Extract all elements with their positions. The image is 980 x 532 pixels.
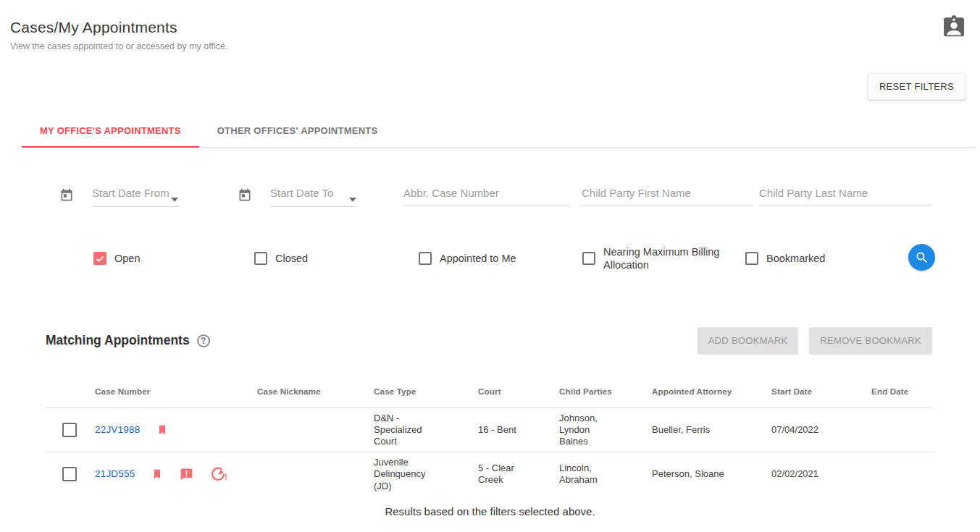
child-party-first-name-input[interactable] xyxy=(582,187,753,206)
child-parties-cell: Johnson, Lyndon Baines xyxy=(559,408,652,452)
tab-bar: MY OFFICE'S APPOINTMENTSOTHER OFFICES' A… xyxy=(22,115,976,148)
column-header-case-number: Case Number xyxy=(95,375,257,408)
checkbox-closed[interactable] xyxy=(254,252,267,265)
filter-check-open: Open xyxy=(93,244,202,273)
case-nickname-cell xyxy=(257,408,374,452)
filter-check-appointed-to-me: Appointed to Me xyxy=(419,244,549,273)
row-select-checkbox[interactable] xyxy=(62,423,77,437)
court-cell: 5 - Clear Creek xyxy=(478,452,559,497)
checkbox-label: Bookmarked xyxy=(766,252,825,265)
checkbox-nearing-maximum-billing-allocation[interactable] xyxy=(582,252,595,265)
column-header-end-date: End Date xyxy=(871,375,934,408)
checkbox-label: Open xyxy=(114,252,140,265)
court-cell: 16 - Bent xyxy=(478,408,559,452)
column-header-appointed-attorney: Appointed Attorney xyxy=(652,375,771,408)
bookmark-icon xyxy=(151,467,163,481)
column-header-case-nickname: Case Nickname xyxy=(257,375,374,408)
appointments-table: Case NumberCase NicknameCase TypeCourtCh… xyxy=(46,375,934,497)
abbr-case-number-input[interactable] xyxy=(403,187,570,206)
account-badge-icon[interactable] xyxy=(940,12,968,40)
billing-timer-icon: ! xyxy=(210,466,228,483)
row-select-checkbox[interactable] xyxy=(62,467,77,481)
case-number-cell: 21JD555! xyxy=(95,452,257,497)
search-button[interactable] xyxy=(908,244,935,271)
filter-check-bookmarked: Bookmarked xyxy=(745,244,861,273)
child-party-last-name-input[interactable] xyxy=(759,187,931,206)
tab-my-office-s-appointments[interactable]: MY OFFICE'S APPOINTMENTS xyxy=(22,115,199,148)
checkbox-appointed-to-me[interactable] xyxy=(419,252,432,265)
dropdown-caret-icon xyxy=(171,192,178,205)
checkbox-label: Closed xyxy=(275,252,308,265)
tab-other-offices-appointments[interactable]: OTHER OFFICES' APPOINTMENTS xyxy=(199,115,396,148)
case-nickname-cell xyxy=(257,452,374,497)
table-row: 21JD555!Juvenile Delinquency (JD)5 - Cle… xyxy=(46,452,934,497)
checkbox-filter-row: OpenClosedAppointed to MeNearing Maximum… xyxy=(0,244,980,276)
start-date-to-label: Start Date To xyxy=(270,187,333,199)
filter-fields-row: Start Date From Start Date To xyxy=(0,187,980,217)
calendar-icon xyxy=(238,188,252,206)
filter-check-closed: Closed xyxy=(254,244,363,273)
appointments-table-wrap: Case NumberCase NicknameCase TypeCourtCh… xyxy=(46,375,934,497)
filter-check-nearing-maximum-billing-allocation: Nearing Maximum Billing Allocation xyxy=(582,244,720,273)
help-icon[interactable]: ? xyxy=(197,334,210,347)
case-type-cell: Juvenile Delinquency (JD) xyxy=(374,452,478,497)
cases-my-appointments-page: Cases/My Appointments View the cases app… xyxy=(0,0,980,532)
case-number-link[interactable]: 22JV1988 xyxy=(95,424,140,436)
checkbox-label: Appointed to Me xyxy=(440,252,516,265)
case-type-cell: D&N - Specialized Court xyxy=(374,408,478,452)
tab-label: OTHER OFFICES' APPOINTMENTS xyxy=(217,125,378,136)
remove-bookmark-button[interactable]: REMOVE BOOKMARK xyxy=(809,327,932,354)
column-header-start-date: Start Date xyxy=(771,375,871,408)
checkbox-open[interactable] xyxy=(93,252,106,265)
start-date-cell: 02/02/2021 xyxy=(771,452,871,497)
column-header-child-parties: Child Parties xyxy=(559,375,652,408)
bookmark-icon xyxy=(156,423,168,437)
column-header-case-type: Case Type xyxy=(374,375,478,408)
start-date-from-dropdown[interactable]: Start Date From xyxy=(92,187,179,207)
results-heading: Matching Appointments xyxy=(46,333,190,348)
case-number-link[interactable]: 21JD555 xyxy=(95,468,135,481)
end-date-cell xyxy=(871,452,934,497)
start-date-from-label: Start Date From xyxy=(92,187,169,199)
add-bookmark-button[interactable]: ADD BOOKMARK xyxy=(698,327,799,354)
page-title: Cases/My Appointments xyxy=(10,19,227,36)
end-date-cell xyxy=(871,408,934,452)
child-party-last-name-field xyxy=(759,187,931,206)
calendar-icon xyxy=(59,188,74,206)
abbr-case-number-field xyxy=(403,187,570,206)
search-icon xyxy=(915,250,929,265)
table-body: 22JV1988D&N - Specialized Court16 - Bent… xyxy=(46,408,934,497)
svg-text:!: ! xyxy=(225,473,228,481)
table-row: 22JV1988D&N - Specialized Court16 - Bent… xyxy=(46,408,934,452)
results-header: Matching Appointments ? ADD BOOKMARK REM… xyxy=(46,327,932,354)
table-header-row: Case NumberCase NicknameCase TypeCourtCh… xyxy=(46,375,934,408)
appointed-attorney-cell: Peterson, Sloane xyxy=(652,452,771,497)
checkbox-bookmarked[interactable] xyxy=(745,252,758,265)
start-date-to-dropdown[interactable]: Start Date To xyxy=(270,187,357,207)
case-number-cell: 22JV1988 xyxy=(95,408,257,452)
results-footer-note: Results based on the filters selected ab… xyxy=(0,505,980,518)
alert-icon xyxy=(180,468,193,481)
reset-filters-button[interactable]: RESET FILTERS xyxy=(868,73,966,100)
appointed-attorney-cell: Bueller, Ferris xyxy=(652,408,771,452)
tab-label: MY OFFICE'S APPOINTMENTS xyxy=(40,125,181,136)
page-subtitle: View the cases appointed to or accessed … xyxy=(10,41,227,51)
start-date-cell: 07/04/2022 xyxy=(771,408,871,452)
page-header: Cases/My Appointments View the cases app… xyxy=(10,19,227,51)
child-party-first-name-field xyxy=(582,187,753,206)
child-parties-cell: Lincoln, Abraham xyxy=(559,452,652,497)
start-date-to-field: Start Date To xyxy=(238,187,357,207)
start-date-from-field: Start Date From xyxy=(59,187,179,207)
dropdown-caret-icon xyxy=(349,192,356,205)
column-header-court: Court xyxy=(478,375,559,408)
checkbox-label: Nearing Maximum Billing Allocation xyxy=(603,245,720,271)
column-header-select xyxy=(46,375,95,408)
